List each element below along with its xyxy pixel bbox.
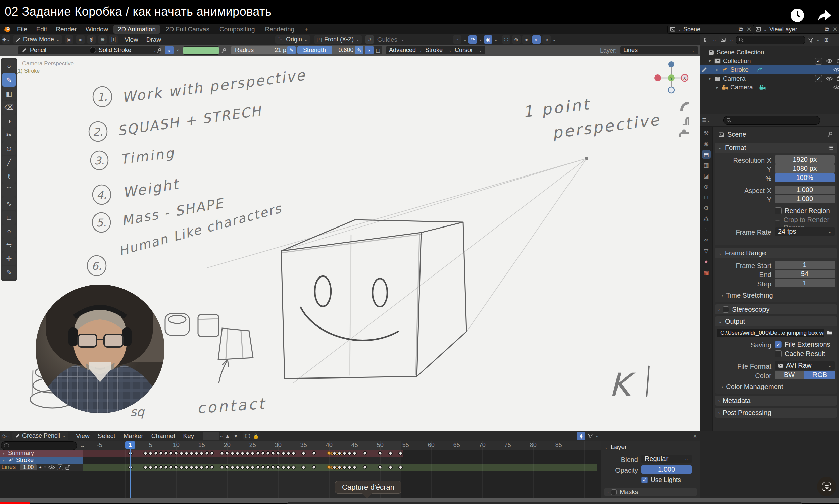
scene-selector[interactable]: ⌄ Scene ⧉ ✕: [667, 25, 754, 34]
shading-wireframe-icon[interactable]: ⊕: [512, 35, 520, 43]
properties-tab-particles-icon[interactable]: ⁂: [702, 214, 711, 223]
keyframe-lines-47[interactable]: [362, 464, 368, 470]
keyframe-summary-14[interactable]: [194, 450, 199, 456]
brush-selector[interactable]: Pencil: [18, 46, 90, 54]
lock-icon[interactable]: 🔒: [252, 432, 260, 440]
current-frame-badge[interactable]: 1: [125, 441, 135, 449]
keyframe-lines-24[interactable]: [245, 464, 250, 470]
keyframe-summary-47[interactable]: [362, 450, 368, 456]
multiframe-icon[interactable]: ▣: [65, 35, 73, 43]
blend-dropdown[interactable]: Regular⌄: [641, 455, 692, 463]
collection-checkbox[interactable]: ✓: [815, 75, 822, 82]
layer-dropdown[interactable]: Lines⌄: [620, 46, 698, 54]
camera-toggle-icon[interactable]: [837, 75, 839, 82]
tool-cutter-icon[interactable]: ✂: [2, 128, 16, 142]
shading-material-icon[interactable]: ◐: [532, 35, 541, 43]
color-management-header[interactable]: ›Color Management: [721, 383, 783, 391]
pin-icon[interactable]: [156, 47, 162, 53]
keyframe-lines-20[interactable]: [225, 464, 230, 470]
keyframe-summary-43[interactable]: [342, 450, 347, 456]
cache-result-row[interactable]: Cache Result: [774, 350, 825, 358]
camera-toggle-icon[interactable]: [837, 58, 839, 65]
render-region-checkbox[interactable]: [774, 208, 782, 214]
keyframe-summary-13[interactable]: [189, 450, 194, 456]
keyframe-summary-10[interactable]: [174, 450, 179, 456]
keyframe-summary-31[interactable]: [281, 450, 286, 456]
copy-icon[interactable]: ⧉: [824, 26, 830, 32]
keyframe-summary-15[interactable]: [199, 450, 204, 456]
properties-tab-modifiers-icon[interactable]: ⚙: [702, 204, 711, 212]
frame-step-field[interactable]: 1: [774, 279, 835, 287]
keyframe-lines-54[interactable]: [398, 464, 404, 470]
tool-arc-icon[interactable]: ⌒: [2, 183, 16, 197]
keyframe-lines-50[interactable]: [378, 464, 383, 470]
keyframe-summary-35[interactable]: [301, 450, 306, 456]
orientation-selector[interactable]: ⋱Origin⌄: [275, 35, 310, 43]
keyframe-summary-30[interactable]: [275, 450, 281, 456]
keyframe-summary-27[interactable]: [260, 450, 266, 456]
keyframe-summary-52[interactable]: [388, 450, 393, 456]
tool-select-icon[interactable]: ○: [2, 59, 16, 73]
advanced-dropdown[interactable]: Advanced⌄: [386, 46, 426, 54]
tool-erase-icon[interactable]: ⌫: [2, 101, 16, 114]
keyframe-lines-28[interactable]: [266, 464, 271, 470]
file-format-dropdown[interactable]: AVI Raw ⌄: [774, 361, 835, 370]
keyframe-summary-54[interactable]: [398, 450, 404, 456]
keyframe-summary-24[interactable]: [245, 450, 250, 456]
tool-fill-icon[interactable]: ◧: [2, 87, 16, 100]
crop-region-checkbox[interactable]: [774, 220, 780, 228]
properties-tab-world-icon[interactable]: ⊕: [702, 182, 711, 191]
dope-menu-select[interactable]: Select: [94, 432, 120, 439]
resolution-pct-slider[interactable]: 100%: [774, 174, 835, 182]
keyframe-lines-52[interactable]: [388, 464, 393, 470]
keyframe-summary-26[interactable]: [255, 450, 261, 456]
properties-tab-constraints-icon[interactable]: ∞: [702, 236, 711, 245]
frame-end-field[interactable]: 54: [774, 270, 835, 278]
tool-transform-icon[interactable]: ✛: [2, 252, 16, 266]
eye-icon[interactable]: [833, 84, 839, 91]
properties-search[interactable]: [723, 116, 820, 125]
frame-rate-dropdown[interactable]: 24 fps⌄: [774, 227, 835, 236]
pin-icon[interactable]: [221, 47, 227, 53]
keyframe-summary-42[interactable]: [337, 450, 342, 456]
expand-range-icon[interactable]: ↔: [78, 441, 87, 449]
use-lights-checkbox[interactable]: ✓: [641, 477, 648, 483]
keyframe-summary-41[interactable]: [332, 450, 337, 456]
tool-box-icon[interactable]: □: [2, 211, 16, 224]
lock-open-icon[interactable]: [65, 465, 70, 470]
format-section-header[interactable]: ⌄ Format: [715, 143, 837, 153]
stereoscopy-checkbox[interactable]: [722, 306, 729, 313]
eye-icon[interactable]: [826, 58, 833, 65]
properties-tab-object-data-icon[interactable]: ▽: [702, 247, 711, 255]
expand-icon[interactable]: ▾: [708, 59, 712, 64]
keyframe-summary-9[interactable]: [168, 450, 174, 456]
shading-rendered-icon[interactable]: ◑: [542, 35, 551, 43]
properties-tab-material-icon[interactable]: ●: [702, 257, 711, 266]
keyframe-lines-37[interactable]: [311, 464, 317, 470]
properties-tab-physics-icon[interactable]: ≈: [702, 225, 711, 234]
keyframe-summary-21[interactable]: [230, 450, 235, 456]
color-bw-button[interactable]: BW: [774, 371, 804, 379]
timeline-ruler[interactable]: -5510152025303540455055606570758085: [0, 440, 700, 450]
close-icon[interactable]: ✕: [832, 26, 838, 32]
pan-hand-icon[interactable]: [679, 114, 689, 125]
keyframe-summary-45[interactable]: [352, 450, 357, 456]
outliner-row-collection[interactable]: ▾ Collection ✓: [700, 57, 839, 66]
keyframe-summary-25[interactable]: [250, 450, 255, 456]
keyframe-summary-32[interactable]: [286, 450, 291, 456]
move-down-icon[interactable]: ▼: [232, 432, 240, 440]
keyframe-summary-44[interactable]: [347, 450, 352, 456]
tool-interpolate-icon[interactable]: ⇋: [2, 238, 16, 252]
dope-mode-selector[interactable]: Grease Pencil ⌄: [13, 432, 69, 440]
add-keyframe-icon[interactable]: ＋: [203, 432, 211, 440]
cache-result-checkbox[interactable]: [774, 350, 782, 357]
keyframe-summary-6[interactable]: [153, 450, 158, 456]
mode-selector[interactable]: Draw Mode ⌄: [13, 35, 63, 43]
channel-checkbox[interactable]: ✓: [57, 464, 63, 470]
keyframe-lines-35[interactable]: [301, 464, 306, 470]
new-collection-icon[interactable]: ⊞: [822, 36, 831, 44]
filter-id-icon[interactable]: [719, 36, 727, 44]
keyframe-lines-31[interactable]: [281, 464, 286, 470]
properties-tab-render-icon[interactable]: ◉: [702, 139, 711, 148]
onion-skin-icon[interactable]: ⧈: [76, 35, 85, 43]
